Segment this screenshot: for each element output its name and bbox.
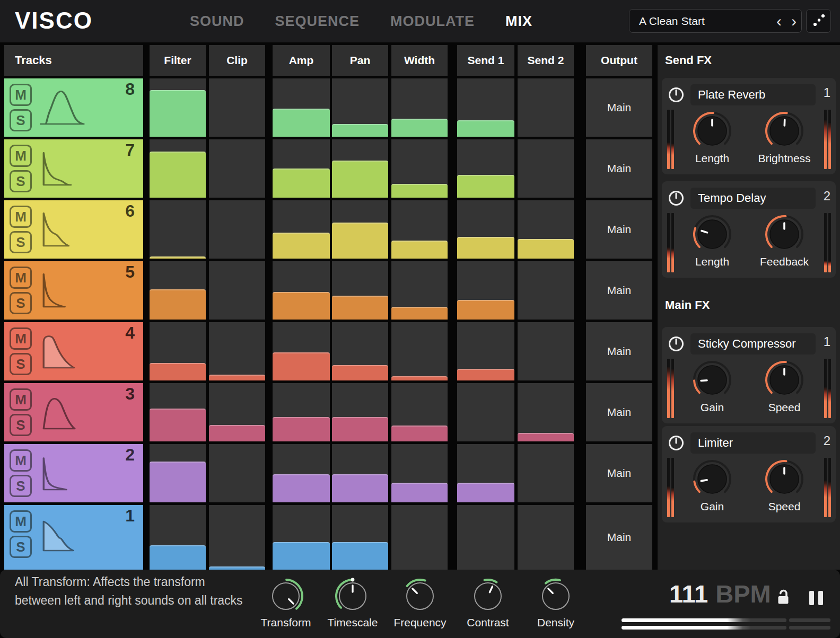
- mixer-cell-track7-filter[interactable]: [150, 139, 206, 198]
- preset-next-button[interactable]: ›: [786, 11, 801, 32]
- mixer-cell-track8-clip[interactable]: [209, 78, 265, 137]
- knob-brightness[interactable]: [762, 109, 807, 155]
- mute-button-track-8[interactable]: M: [10, 84, 32, 106]
- fx-name-select[interactable]: Sticky Compressor: [690, 333, 816, 355]
- mixer-cell-track5-filter[interactable]: [150, 261, 206, 320]
- bpm-value[interactable]: 111: [669, 579, 708, 608]
- macro-knob-density[interactable]: [536, 576, 576, 618]
- fx-name-select[interactable]: Plate Reverb: [690, 84, 816, 105]
- knob-feedback[interactable]: [762, 212, 807, 259]
- tempo-lock-button[interactable]: [774, 588, 792, 608]
- solo-button-track-1[interactable]: S: [10, 536, 32, 558]
- mixer-cell-track4-clip[interactable]: [209, 322, 265, 380]
- power-button[interactable]: [666, 432, 686, 455]
- mixer-cell-track1-pan[interactable]: [332, 505, 388, 570]
- mute-button-track-4[interactable]: M: [10, 327, 32, 350]
- mixer-cell-track7-pan[interactable]: [332, 139, 388, 198]
- mixer-cell-track3-clip[interactable]: [209, 383, 265, 441]
- knob-length[interactable]: [690, 109, 734, 155]
- knob-gain[interactable]: [690, 358, 734, 404]
- mixer-cell-track6-send1[interactable]: [457, 200, 514, 259]
- mixer-cell-track8-pan[interactable]: [332, 78, 388, 137]
- solo-button-track-4[interactable]: S: [10, 353, 32, 375]
- pause-button[interactable]: [809, 591, 823, 605]
- mixer-cell-track6-filter[interactable]: [150, 200, 206, 259]
- mixer-cell-track8-send2[interactable]: [518, 78, 574, 137]
- mixer-cell-track7-width[interactable]: [391, 139, 448, 198]
- knob-length[interactable]: [690, 212, 734, 259]
- output-select-track3[interactable]: Main: [586, 383, 652, 441]
- mixer-cell-track2-send2[interactable]: [518, 444, 574, 502]
- mute-button-track-3[interactable]: M: [10, 388, 32, 411]
- tab-sequence[interactable]: SEQUENCE: [275, 13, 360, 30]
- macro-knob-timescale[interactable]: [332, 576, 373, 618]
- mixer-cell-track5-clip[interactable]: [209, 261, 265, 320]
- solo-button-track-7[interactable]: S: [10, 170, 32, 192]
- mixer-cell-track8-amp[interactable]: [273, 78, 330, 137]
- mixer-cell-track1-amp[interactable]: [273, 505, 330, 570]
- mixer-cell-track3-send2[interactable]: [518, 383, 574, 441]
- power-button[interactable]: [666, 84, 686, 107]
- mixer-cell-track3-amp[interactable]: [273, 383, 330, 441]
- mixer-cell-track5-amp[interactable]: [273, 261, 330, 320]
- tab-sound[interactable]: SOUND: [190, 13, 244, 30]
- mixer-cell-track2-clip[interactable]: [209, 444, 265, 502]
- solo-button-track-2[interactable]: S: [10, 475, 32, 497]
- mixer-cell-track4-send1[interactable]: [457, 322, 514, 380]
- macro-knob-frequency[interactable]: [400, 576, 440, 618]
- output-select-track7[interactable]: Main: [586, 139, 652, 198]
- mixer-cell-track5-send2[interactable]: [518, 261, 574, 320]
- mixer-cell-track2-pan[interactable]: [332, 444, 388, 502]
- preset-prev-button[interactable]: ‹: [772, 11, 786, 32]
- mixer-cell-track6-clip[interactable]: [209, 200, 265, 259]
- mixer-cell-track3-send1[interactable]: [457, 383, 514, 441]
- output-select-track6[interactable]: Main: [586, 200, 652, 259]
- mixer-cell-track4-filter[interactable]: [150, 322, 206, 380]
- mixer-cell-track6-pan[interactable]: [332, 200, 388, 259]
- solo-button-track-8[interactable]: S: [10, 109, 32, 131]
- mixer-cell-track3-filter[interactable]: [150, 383, 206, 441]
- mixer-cell-track2-send1[interactable]: [457, 444, 514, 502]
- mixer-cell-track7-send1[interactable]: [457, 139, 514, 198]
- knob-gain[interactable]: [690, 457, 734, 503]
- fx-name-select[interactable]: Tempo Delay: [690, 188, 816, 209]
- power-button[interactable]: [666, 333, 686, 356]
- mixer-cell-track4-width[interactable]: [391, 322, 448, 380]
- mixer-cell-track8-filter[interactable]: [150, 78, 206, 137]
- knob-speed[interactable]: [762, 358, 807, 404]
- output-select-track5[interactable]: Main: [586, 261, 652, 320]
- mixer-cell-track1-send1[interactable]: [457, 505, 514, 570]
- solo-button-track-3[interactable]: S: [10, 414, 32, 436]
- mixer-cell-track2-filter[interactable]: [150, 444, 206, 502]
- mute-button-track-5[interactable]: M: [10, 267, 32, 289]
- mute-button-track-6[interactable]: M: [10, 206, 32, 228]
- mixer-cell-track2-amp[interactable]: [273, 444, 330, 502]
- mixer-cell-track7-clip[interactable]: [209, 139, 265, 198]
- mixer-cell-track8-width[interactable]: [391, 78, 448, 137]
- mute-button-track-7[interactable]: M: [10, 145, 32, 167]
- output-select-track8[interactable]: Main: [586, 78, 652, 137]
- solo-button-track-5[interactable]: S: [10, 292, 32, 314]
- tab-modulate[interactable]: MODULATE: [390, 13, 475, 30]
- tab-mix[interactable]: MIX: [505, 13, 532, 30]
- mixer-cell-track1-clip[interactable]: [209, 505, 265, 570]
- mixer-cell-track7-amp[interactable]: [273, 139, 330, 198]
- mixer-cell-track5-width[interactable]: [391, 261, 448, 320]
- mixer-cell-track4-pan[interactable]: [332, 322, 388, 380]
- tempo-display[interactable]: 111 BPM: [669, 579, 771, 608]
- mixer-cell-track1-send2[interactable]: [518, 505, 574, 570]
- mixer-cell-track4-send2[interactable]: [518, 322, 574, 380]
- output-select-track4[interactable]: Main: [586, 322, 652, 380]
- mixer-cell-track6-send2[interactable]: [518, 200, 574, 259]
- macro-knob-contrast[interactable]: [468, 576, 508, 618]
- mixer-cell-track5-pan[interactable]: [332, 261, 388, 320]
- fx-name-select[interactable]: Limiter: [690, 432, 816, 454]
- mixer-cell-track3-pan[interactable]: [332, 383, 388, 441]
- mixer-cell-track7-send2[interactable]: [518, 139, 574, 198]
- solo-button-track-6[interactable]: S: [10, 231, 32, 253]
- output-select-track1[interactable]: Main: [586, 505, 652, 570]
- mixer-cell-track6-amp[interactable]: [273, 200, 330, 259]
- macro-knob-transform[interactable]: [266, 576, 306, 618]
- mixer-cell-track1-filter[interactable]: [150, 505, 206, 570]
- mute-button-track-2[interactable]: M: [10, 449, 32, 472]
